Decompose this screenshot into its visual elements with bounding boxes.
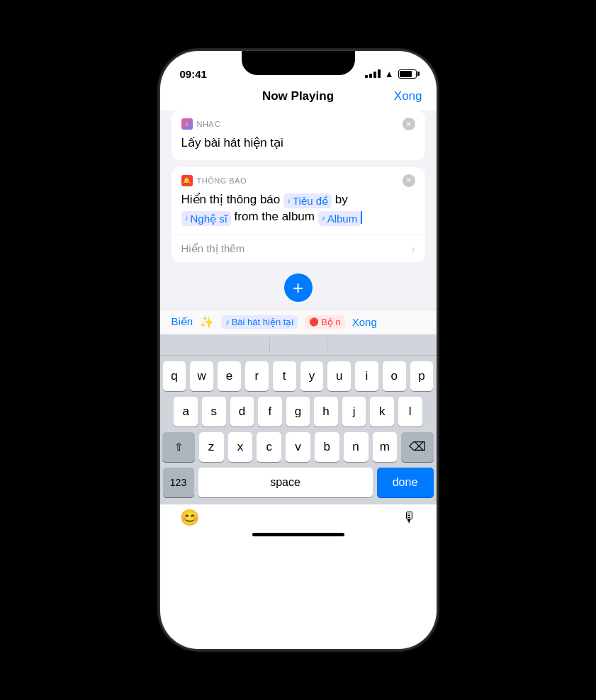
toolbar-badge-bon[interactable]: 🔴 Bộ n [305, 315, 345, 329]
key-g[interactable]: g [286, 397, 310, 427]
card-music-close-button[interactable]: ✕ [403, 118, 415, 130]
card-notif-header: 🔔 THÔNG BÁO ✕ [172, 167, 425, 191]
keyboard-row-2: a s d f g h j k l [163, 397, 434, 427]
toolbar-done-button[interactable]: Xong [352, 316, 377, 328]
keyboard-row-3: ⇧ z x c v b n m ⌫ [163, 432, 434, 462]
key-r[interactable]: r [245, 361, 269, 391]
key-d[interactable]: d [230, 397, 254, 427]
key-h[interactable]: h [314, 397, 338, 427]
header-done-button[interactable]: Xong [394, 89, 422, 103]
card-notification: 🔔 THÔNG BÁO ✕ Hiển thị thông báo ♪Tiêu đ… [172, 167, 425, 262]
text-cursor [361, 211, 362, 224]
key-x[interactable]: x [228, 432, 253, 462]
music-app-icon: ♪ [181, 118, 193, 130]
key-v[interactable]: v [286, 432, 310, 462]
keyboard-row-1: q w e r t y u i o p [163, 361, 434, 391]
key-done[interactable]: done [377, 468, 434, 497]
key-q[interactable]: q [163, 361, 186, 391]
card-notif-body: Hiển thị thông báo ♪Tiêu đề by ♪Nghệ sĩ … [172, 191, 425, 235]
key-k[interactable]: k [370, 397, 394, 427]
key-t[interactable]: t [273, 361, 296, 391]
card-music: ♪ NHẠC ✕ Lấy bài hát hiện tại [172, 111, 425, 160]
key-f[interactable]: f [258, 397, 282, 427]
key-space[interactable]: space [198, 468, 373, 497]
home-indicator-area [160, 530, 437, 541]
token-artist[interactable]: ♪Nghệ sĩ [181, 211, 231, 226]
signal-icon [365, 69, 381, 78]
chevron-right-icon: › [412, 243, 415, 254]
token-album[interactable]: ♪Album [318, 211, 361, 226]
key-m[interactable]: m [373, 432, 398, 462]
add-action-container: + [172, 269, 425, 309]
key-j[interactable]: j [342, 397, 366, 427]
toolbar-badge-current-song[interactable]: ♪ Bài hát hiện tại [221, 315, 298, 329]
key-b[interactable]: b [315, 432, 339, 462]
card-notif-close-button[interactable]: ✕ [403, 174, 415, 187]
emoji-button[interactable]: 😊 [180, 509, 199, 527]
key-l[interactable]: l [398, 397, 422, 427]
status-icons: ▲ [365, 69, 417, 79]
shift-key[interactable]: ⇧ [162, 432, 194, 462]
keyboard: q w e r t y u i o p a s d f g h j k l ⇧ … [160, 356, 437, 504]
header-title: Now Playing [262, 89, 334, 103]
key-y[interactable]: y [300, 361, 324, 391]
key-s[interactable]: s [202, 397, 226, 427]
key-n[interactable]: n [344, 432, 369, 462]
key-c[interactable]: c [257, 432, 281, 462]
battery-icon [398, 69, 417, 79]
key-z[interactable]: z [199, 432, 224, 462]
key-u[interactable]: u [327, 361, 351, 391]
show-more-button[interactable]: Hiển thị thêm › [172, 235, 425, 262]
key-w[interactable]: w [190, 361, 213, 391]
key-a[interactable]: a [174, 397, 198, 427]
key-123[interactable]: 123 [163, 468, 194, 497]
notification-app-icon: 🔔 [181, 175, 193, 186]
toolbar-sparkle-icon[interactable]: ✨ [200, 315, 214, 329]
microphone-button[interactable]: 🎙 [403, 509, 417, 526]
status-time: 09:41 [180, 68, 207, 80]
card-notif-label: 🔔 THÔNG BÁO [181, 175, 247, 186]
token-title[interactable]: ♪Tiêu đề [283, 193, 332, 208]
keyboard-row-4: 123 space done [163, 468, 434, 497]
phone-bottom-bar: 😊 🎙 [160, 504, 437, 530]
toolbar-item-bien[interactable]: Biến [172, 315, 193, 328]
key-p[interactable]: p [410, 361, 434, 391]
card-music-header: ♪ NHẠC ✕ [172, 111, 425, 135]
wifi-icon: ▲ [385, 69, 394, 79]
home-bar [252, 533, 344, 536]
key-i[interactable]: i [355, 361, 378, 391]
notch [242, 51, 355, 75]
key-o[interactable]: o [383, 361, 406, 391]
backspace-key[interactable]: ⌫ [401, 432, 433, 462]
header: Now Playing Xong [160, 86, 437, 111]
keyboard-toolbar: Biến ✨ ♪ Bài hát hiện tại 🔴 Bộ n Xong [160, 309, 437, 334]
content-area: ♪ NHẠC ✕ Lấy bài hát hiện tại 🔔 THÔNG BÁ… [160, 111, 437, 309]
card-music-body: Lấy bài hát hiện tại [172, 135, 425, 160]
add-action-button[interactable]: + [284, 273, 313, 302]
key-e[interactable]: e [218, 361, 241, 391]
card-music-label: ♪ NHẠC [181, 118, 221, 130]
